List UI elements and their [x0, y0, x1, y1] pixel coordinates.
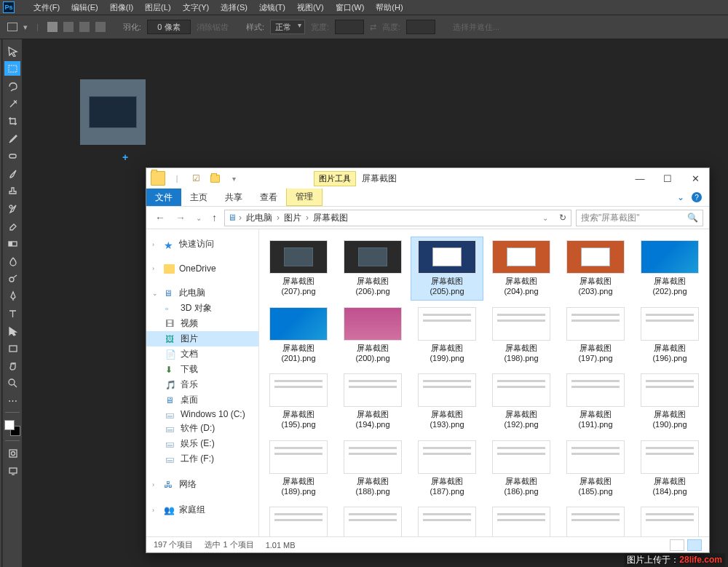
view-thumbnails-button[interactable] — [687, 539, 702, 551]
file-tile[interactable]: 屏幕截图 (193).png — [411, 370, 483, 434]
menu-item[interactable]: 文件(F) — [29, 1, 64, 15]
sidebar-item[interactable]: 🖴Windows 10 (C:) — [146, 408, 258, 421]
sidebar-item[interactable]: 🎵音乐 — [146, 377, 258, 392]
hand-tool[interactable] — [4, 358, 20, 373]
sidebar-item[interactable]: ⬇下载 — [146, 362, 258, 377]
selection-mode-subtract-icon[interactable] — [79, 22, 90, 32]
crumb-screenshots[interactable]: 屏幕截图 — [311, 210, 350, 226]
file-tile[interactable]: 屏幕截图 (206).png — [336, 237, 409, 301]
address-bar[interactable]: 🖥 › 此电脑 › 图片 › 屏幕截图 ⌄ ↻ — [224, 210, 571, 226]
selection-mode-add-icon[interactable] — [63, 22, 74, 32]
tab-share[interactable]: 共享 — [216, 189, 251, 206]
file-tile[interactable]: 屏幕截图 (202).png — [633, 237, 706, 301]
sidebar-item[interactable]: ▫3D 对象 — [146, 301, 258, 316]
file-tile[interactable]: 屏幕截图 (190).png — [633, 370, 706, 434]
maximize-button[interactable]: ☐ — [654, 169, 681, 189]
file-tile[interactable] — [633, 503, 706, 536]
lasso-tool[interactable] — [4, 79, 20, 93]
healing-tool[interactable] — [4, 148, 20, 163]
eyedropper-tool[interactable] — [4, 131, 20, 146]
file-tile[interactable]: 屏幕截图 (205).png — [411, 237, 483, 301]
file-tile[interactable] — [262, 503, 335, 536]
document-thumbnail[interactable] — [80, 79, 146, 145]
menu-item[interactable]: 编辑(E) — [67, 1, 103, 15]
file-tile[interactable]: 屏幕截图 (195).png — [262, 370, 335, 434]
type-tool[interactable] — [4, 306, 20, 320]
sidebar-onedrive[interactable]: ›OneDrive — [146, 262, 258, 275]
dodge-tool[interactable] — [4, 271, 20, 285]
blur-tool[interactable] — [4, 253, 20, 268]
tab-view[interactable]: 查看 — [251, 189, 286, 206]
history-brush-tool[interactable] — [4, 201, 20, 215]
chevron-down-icon[interactable]: ▾ — [23, 23, 28, 32]
recent-locations-icon[interactable]: ⌄ — [193, 213, 205, 223]
sidebar-quick-access[interactable]: ›★快速访问 — [146, 237, 258, 252]
minimize-button[interactable]: — — [626, 169, 654, 189]
file-tile[interactable]: 屏幕截图 (194).png — [336, 370, 409, 434]
ps-menubar[interactable]: 文件(F)编辑(E)图像(I)图层(L)文字(Y)选择(S)滤镜(T)视图(V)… — [29, 1, 408, 15]
more-tools[interactable]: ⋯ — [4, 393, 20, 408]
sidebar-item[interactable]: 🎞视频 — [146, 316, 258, 331]
sidebar-network[interactable]: ›🖧网络 — [146, 477, 258, 492]
close-button[interactable]: ✕ — [681, 169, 709, 189]
menu-item[interactable]: 图层(L) — [141, 1, 175, 15]
menu-item[interactable]: 滤镜(T) — [255, 1, 290, 15]
file-tile[interactable]: 屏幕截图 (198).png — [485, 304, 558, 368]
file-tile[interactable]: 屏幕截图 (197).png — [559, 304, 632, 368]
file-tile[interactable] — [411, 503, 483, 536]
tab-file[interactable]: 文件 — [146, 189, 181, 206]
file-list-pane[interactable]: 屏幕截图 (207).png屏幕截图 (206).png屏幕截图 (205).p… — [259, 229, 709, 536]
view-details-button[interactable] — [670, 539, 684, 551]
menu-item[interactable]: 文字(Y) — [178, 1, 214, 15]
file-tile[interactable]: 屏幕截图 (189).png — [262, 437, 335, 501]
help-icon[interactable]: ? — [692, 192, 702, 202]
quickmask-tool[interactable] — [4, 445, 20, 460]
sidebar-item[interactable]: 🖥桌面 — [146, 392, 258, 408]
file-tile[interactable]: 屏幕截图 (185).png — [559, 437, 632, 501]
sidebar-this-pc[interactable]: ⌄🖥此电脑 — [146, 285, 258, 301]
file-tile[interactable]: 屏幕截图 (207).png — [262, 237, 335, 301]
sidebar-item[interactable]: 🖼图片 — [146, 331, 258, 346]
sidebar-homegroup[interactable]: ›👥家庭组 — [146, 502, 258, 518]
menu-item[interactable]: 选择(S) — [216, 1, 252, 15]
brush-tool[interactable] — [4, 166, 20, 181]
gradient-tool[interactable] — [4, 236, 20, 250]
qat-new-folder-icon[interactable] — [207, 171, 222, 186]
crumb-pictures[interactable]: 图片 — [282, 210, 304, 226]
sidebar-item[interactable]: 🖴工作 (F:) — [146, 451, 258, 467]
eraser-tool[interactable] — [4, 218, 20, 233]
refresh-button[interactable]: ↻ — [555, 213, 571, 223]
ribbon-collapse-icon[interactable]: ⌄ — [677, 192, 684, 202]
file-tile[interactable]: 屏幕截图 (201).png — [262, 304, 335, 368]
stamp-tool[interactable] — [4, 183, 20, 198]
file-tile[interactable]: 屏幕截图 (186).png — [485, 437, 558, 501]
file-tile[interactable] — [485, 503, 558, 536]
up-button[interactable]: ↑ — [209, 210, 220, 225]
path-select-tool[interactable] — [4, 323, 20, 338]
file-tile[interactable]: 屏幕截图 (191).png — [559, 370, 632, 434]
crumb-pc[interactable]: 此电脑 — [244, 210, 274, 226]
file-tile[interactable] — [559, 503, 632, 536]
file-tile[interactable]: 屏幕截图 (200).png — [336, 304, 409, 368]
selection-mode-new-icon[interactable] — [47, 22, 58, 32]
qat-properties-icon[interactable]: ☑ — [189, 171, 203, 186]
file-tile[interactable]: 屏幕截图 (188).png — [336, 437, 409, 501]
feather-input[interactable] — [147, 20, 191, 34]
menu-item[interactable]: 窗口(W) — [331, 1, 369, 15]
sidebar-item[interactable]: 📄文档 — [146, 346, 258, 362]
color-swatches[interactable] — [4, 420, 20, 436]
pen-tool[interactable] — [4, 288, 20, 303]
tab-home[interactable]: 主页 — [181, 189, 216, 206]
file-tile[interactable]: 屏幕截图 (184).png — [633, 437, 706, 501]
search-input[interactable]: 搜索"屏幕截图" 🔍 — [576, 210, 703, 226]
zoom-tool[interactable] — [4, 376, 20, 390]
move-tool[interactable] — [4, 44, 20, 58]
rectangle-tool[interactable] — [4, 341, 20, 355]
crop-tool[interactable] — [4, 114, 20, 128]
magic-wand-tool[interactable] — [4, 96, 20, 111]
file-tile[interactable] — [336, 503, 409, 536]
file-tile[interactable]: 屏幕截图 (187).png — [411, 437, 483, 501]
menu-item[interactable]: 图像(I) — [106, 1, 138, 15]
file-tile[interactable]: 屏幕截图 (199).png — [411, 304, 483, 368]
selection-mode-intersect-icon[interactable] — [95, 22, 106, 32]
